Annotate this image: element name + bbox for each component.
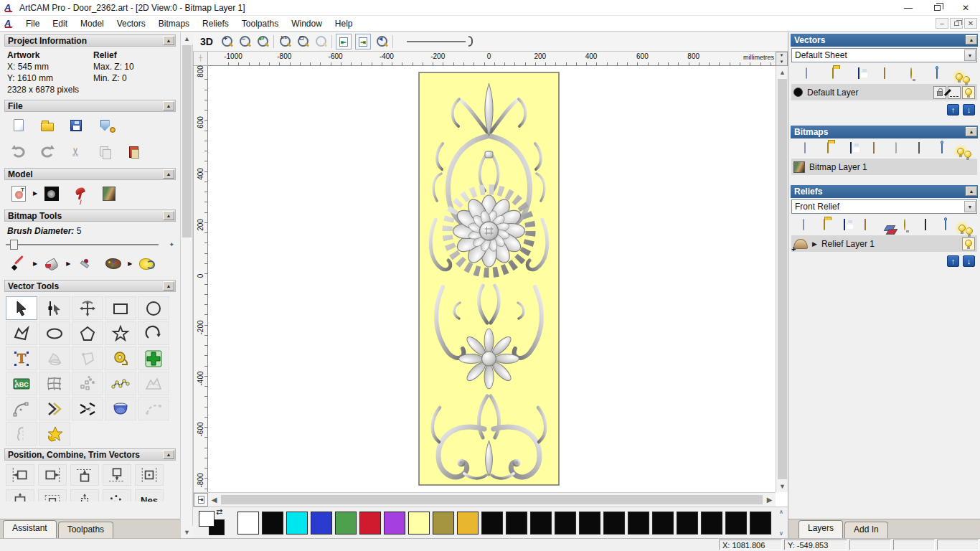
flood-fill-button[interactable]	[39, 254, 65, 273]
scroll-up-button[interactable]: ▲	[181, 32, 193, 44]
relief-side-dropdown[interactable]: Front Relief ▼	[791, 199, 977, 214]
relief-layer-name[interactable]: Relief Layer 1	[821, 239, 875, 249]
flyout-arrow-icon[interactable]: ▶	[33, 260, 37, 267]
collapse-vectors-button[interactable]: ▲	[966, 35, 977, 44]
spin-vectors-tool-disabled[interactable]	[39, 347, 70, 370]
scroll-down-button[interactable]: ▼	[776, 480, 788, 492]
canvas-2d[interactable]	[208, 66, 776, 492]
palette-colour-0[interactable]	[237, 512, 259, 534]
page-pan-button[interactable]: ⇥	[194, 493, 208, 507]
collapse-vector-tools-button[interactable]: ▲	[163, 281, 174, 291]
pan-view-button[interactable]: ◄	[374, 34, 389, 49]
palette-colour-12[interactable]	[530, 512, 552, 534]
collapse-reliefs-button[interactable]: ▲	[966, 187, 977, 196]
canvas-vertical-scrollbar[interactable]: ▲ ▼	[776, 66, 788, 492]
palette-colour-5[interactable]	[359, 512, 381, 534]
new-model-button[interactable]	[6, 116, 32, 135]
distort-vectors-tool[interactable]	[39, 372, 70, 395]
new-bitmap-layer-button[interactable]	[804, 143, 806, 153]
bitmap-layer-name[interactable]: Bitmap Layer 1	[809, 162, 867, 172]
tab-layers[interactable]: Layers	[798, 520, 843, 538]
colour-palette-button[interactable]	[100, 254, 126, 273]
trim-vectors-tool[interactable]: ✂	[72, 397, 103, 420]
node-editing-tool[interactable]	[39, 296, 70, 320]
open-bitmap-layer-button[interactable]	[827, 143, 829, 153]
slider-track[interactable]	[6, 244, 159, 245]
greyscale-preview-button[interactable]	[6, 184, 32, 203]
smooth-polyline-tool-disabled[interactable]	[138, 372, 169, 395]
open-vector-layer-button[interactable]	[832, 68, 834, 78]
align-top-button[interactable]	[70, 464, 99, 486]
pick-colour-button[interactable]	[72, 254, 98, 273]
clear-bitmap-button[interactable]	[895, 143, 897, 153]
extrude-vectors-tool-disabled[interactable]	[72, 347, 103, 370]
measure-tool[interactable]	[105, 347, 136, 370]
block-copy-rotate-tool[interactable]	[72, 372, 103, 395]
palette-scroll-up-button[interactable]: ∧	[779, 509, 783, 515]
copy-button[interactable]	[92, 142, 118, 161]
palette-colour-8[interactable]	[433, 512, 454, 534]
fit-curve-to-points-tool[interactable]	[105, 372, 136, 395]
collapse-position-button[interactable]: ▲	[163, 450, 174, 459]
centre-in-model-button[interactable]	[38, 489, 67, 501]
vector-sheet-dropdown[interactable]: Default Sheet ▼	[791, 48, 977, 62]
palette-colour-21[interactable]	[750, 512, 771, 534]
create-text-tool[interactable]: T	[6, 347, 37, 370]
mdi-minimize-button[interactable]: –	[936, 18, 948, 29]
scroll-left-button[interactable]: ◀	[208, 496, 220, 504]
file-section-header[interactable]: File ▲	[4, 100, 176, 112]
palette-colour-9[interactable]	[457, 512, 479, 534]
save-model-button[interactable]	[63, 116, 89, 135]
minimize-button[interactable]: —	[894, 0, 923, 15]
create-arc-tool[interactable]	[138, 321, 169, 345]
open-relief-layer-button[interactable]	[824, 220, 825, 230]
tab-toolpaths[interactable]: Toolpaths	[58, 522, 113, 538]
zoom-previous-button[interactable]: ↩	[255, 34, 270, 49]
mdi-close-button[interactable]: ✕	[964, 18, 977, 29]
zoom-to-selection-button-disabled[interactable]	[314, 34, 328, 49]
create-polyline-tool[interactable]	[6, 321, 37, 345]
snap-to-grid-toggle[interactable]: ⇤	[336, 34, 352, 50]
position-combine-trim-header[interactable]: Position, Combine, Trim Vectors ▲	[4, 448, 176, 461]
menu-help[interactable]: Help	[329, 17, 359, 30]
palette-colour-4[interactable]	[335, 512, 357, 534]
relief-layer-row[interactable]: ▶ Relief Layer 1	[791, 235, 977, 252]
vectors-panel-header[interactable]: Vectors ▲	[791, 34, 978, 47]
collapse-file-button[interactable]: ▲	[163, 101, 174, 110]
zoom-out-button[interactable]: –	[237, 34, 252, 49]
texture-tool-button[interactable]	[133, 254, 159, 273]
layer-colour-swatch[interactable]	[793, 88, 803, 97]
move-layer-up-button[interactable]: ↑	[947, 104, 959, 116]
cut-button[interactable]: ✂	[63, 142, 89, 161]
reliefs-panel-header[interactable]: Reliefs ▲	[791, 185, 978, 198]
create-medical-cross-tool[interactable]	[138, 347, 169, 370]
bitmap-preview-button[interactable]	[918, 143, 920, 153]
mdi-restore-button[interactable]	[950, 18, 963, 29]
wrap-profile-tool-disabled[interactable]	[6, 422, 37, 446]
move-layer-up-button[interactable]: ↑	[947, 255, 959, 267]
primary-colour-swatch[interactable]	[199, 511, 215, 527]
vector-layer-row[interactable]: Default Layer	[791, 84, 977, 100]
collapse-project-info-button[interactable]: ▲	[163, 36, 174, 45]
door-artwork[interactable]	[418, 72, 560, 486]
move-layer-down-button[interactable]: ↓	[963, 104, 975, 116]
menu-reliefs[interactable]: Reliefs	[196, 17, 235, 30]
collapse-bitmaps-button[interactable]: ▲	[966, 127, 977, 136]
save-bitmap-layer-button[interactable]	[850, 143, 852, 153]
palette-colour-20[interactable]	[725, 512, 747, 534]
palette-colour-19[interactable]	[701, 512, 722, 534]
flyout-arrow-icon[interactable]: ▶	[66, 260, 70, 267]
move-layer-down-button[interactable]: ↓	[963, 255, 975, 267]
palette-scroll-down-button[interactable]: ∨	[779, 530, 783, 537]
collapse-model-button[interactable]: ▲	[163, 169, 174, 179]
zoom-to-box-button[interactable]: ▢	[296, 34, 310, 49]
palette-colour-10[interactable]	[481, 512, 503, 534]
redo-button[interactable]	[34, 142, 60, 161]
flyout-arrow-icon[interactable]: ▶	[128, 260, 132, 267]
nudge-button[interactable]	[103, 489, 131, 501]
relief-visibility-button[interactable]	[904, 220, 905, 230]
menu-toolpaths[interactable]: Toolpaths	[235, 17, 285, 30]
ruler-units-dropdown-button[interactable]: ▼▼	[776, 52, 788, 66]
menu-edit[interactable]: Edit	[46, 17, 74, 30]
delete-bitmap-layer-button[interactable]	[941, 143, 943, 153]
